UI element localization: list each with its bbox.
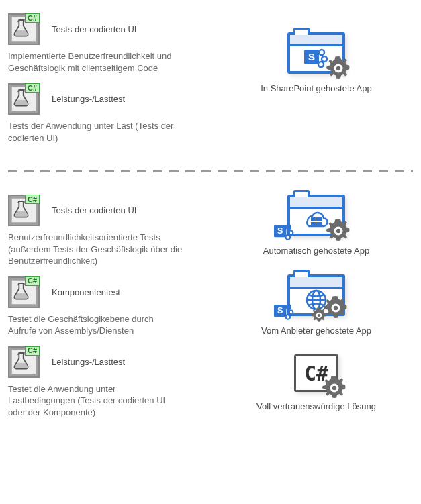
- top-app-column: In SharePoint gehostete App: [220, 13, 413, 153]
- test-block: C# Tests der codierten UI Benutzerfreund…: [8, 195, 199, 267]
- test-description: Benutzerfreundlichkeitsorientierte Tests…: [8, 232, 183, 267]
- test-title: Tests der codierten UI: [52, 24, 136, 34]
- test-header: C# Tests der codierten UI: [8, 13, 199, 45]
- app-block: Automatisch gehostete App: [263, 195, 369, 256]
- test-header: C# Leistungs-/Lasttest: [8, 83, 199, 115]
- gear-icon: [321, 374, 348, 401]
- top-section: C# Tests der codierten UI Implementierte…: [8, 13, 413, 153]
- test-title: Leistungs-/Lasttest: [52, 357, 125, 367]
- bottom-apps-column: Automatisch gehostete App Vom A: [220, 195, 413, 427]
- load-test-icon: C#: [8, 83, 40, 115]
- load-test-icon: C#: [8, 346, 40, 378]
- test-description: Tests der Anwendung unter Last (Tests de…: [8, 120, 183, 144]
- app-label: Automatisch gehostete App: [263, 246, 369, 256]
- csharp-badge-icon: C#: [25, 346, 40, 356]
- csharp-badge-icon: C#: [25, 83, 40, 93]
- section-divider: [8, 170, 413, 172]
- full-trust-solution-icon: C#: [294, 354, 338, 392]
- coded-ui-test-icon: C#: [8, 13, 40, 45]
- test-header: C# Tests der codierten UI: [8, 195, 199, 226]
- gear-icon: [325, 217, 352, 244]
- test-block: C# Leistungs-/Lasttest Tests der Anwendu…: [8, 83, 199, 144]
- bottom-tests-column: C# Tests der codierten UI Benutzerfreund…: [8, 195, 199, 427]
- test-description: Testet die Geschäftslogikebene durch Auf…: [8, 313, 183, 337]
- test-title: Leistungs-/Lasttest: [52, 94, 125, 104]
- provider-hosted-app-icon: [287, 274, 345, 316]
- app-label: In SharePoint gehostete App: [261, 83, 372, 93]
- app-label: Voll vertrauenswürdige Lösung: [256, 401, 376, 411]
- test-header: C# Komponententest: [8, 276, 199, 308]
- test-title: Komponententest: [52, 287, 120, 297]
- csharp-badge-icon: C#: [25, 195, 40, 204]
- sharepoint-badge-icon: [274, 302, 294, 323]
- csharp-badge-icon: C#: [25, 13, 40, 23]
- test-description: Implementierte Benutzerfreundlichkeit un…: [8, 50, 183, 74]
- csharp-badge-icon: C#: [25, 276, 40, 286]
- sharepoint-hosted-app-icon: [287, 32, 345, 74]
- bottom-section: C# Tests der codierten UI Benutzerfreund…: [8, 195, 413, 427]
- test-block: C# Komponententest Testet die Geschäftsl…: [8, 276, 199, 337]
- test-block: C# Leistungs-/Lasttest Testet die Anwend…: [8, 346, 199, 419]
- test-header: C# Leistungs-/Lasttest: [8, 346, 199, 378]
- test-title: Tests der codierten UI: [52, 205, 136, 215]
- sharepoint-badge-icon: [274, 222, 294, 243]
- app-block: In SharePoint gehostete App: [261, 32, 372, 93]
- app-block: Vom Anbieter gehostete App: [261, 274, 371, 336]
- gears-icon: [322, 295, 349, 321]
- coded-ui-test-icon: C#: [8, 195, 40, 226]
- test-block: C# Tests der codierten UI Implementierte…: [8, 13, 199, 74]
- auto-hosted-app-icon: [287, 195, 345, 236]
- top-tests-column: C# Tests der codierten UI Implementierte…: [8, 13, 199, 153]
- component-test-icon: C#: [8, 276, 40, 308]
- app-label: Vom Anbieter gehostete App: [261, 325, 371, 336]
- app-block: C# Voll vertrauenswürdige Lösung: [256, 354, 376, 411]
- gear-icon: [325, 55, 352, 82]
- test-description: Testet die Anwendung unter Lastbedingung…: [8, 383, 183, 419]
